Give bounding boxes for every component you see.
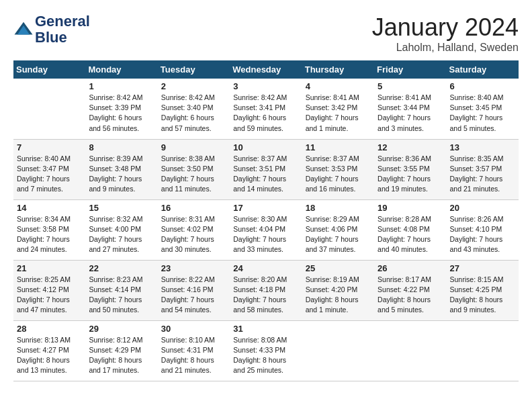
- sunrise-text: Sunrise: 8:41 AM: [306, 93, 359, 101]
- day-number: 29: [89, 324, 154, 334]
- daylight-text: Daylight: 7 hours and 33 minutes.: [233, 235, 286, 253]
- day-info: Sunrise: 8:17 AMSunset: 4:22 PMDaylight:…: [378, 275, 443, 316]
- sunrise-text: Sunrise: 8:36 AM: [378, 154, 431, 163]
- day-number: 12: [378, 142, 443, 152]
- day-number: 4: [306, 81, 371, 91]
- page-header: General Blue January 2024 Laholm, Hallan…: [13, 13, 519, 54]
- day-info: Sunrise: 8:10 AMSunset: 4:31 PMDaylight:…: [161, 335, 226, 376]
- sunset-text: Sunset: 4:04 PM: [233, 225, 285, 233]
- sunset-text: Sunset: 3:39 PM: [89, 103, 141, 111]
- sunrise-text: Sunrise: 8:22 AM: [161, 275, 215, 283]
- daylight-text: Daylight: 7 hours and 40 minutes.: [378, 235, 431, 253]
- sunrise-text: Sunrise: 8:34 AM: [17, 215, 71, 223]
- daylight-text: Daylight: 7 hours and 1 minute.: [306, 113, 359, 132]
- sunset-text: Sunset: 4:12 PM: [17, 285, 69, 293]
- day-number: 3: [233, 81, 298, 91]
- header-friday: Friday: [374, 60, 446, 79]
- day-number: 2: [161, 81, 226, 91]
- calendar-cell: 4Sunrise: 8:41 AMSunset: 3:42 PMDaylight…: [302, 79, 374, 139]
- logo-line1: General: [35, 13, 90, 30]
- calendar-week-1: 7Sunrise: 8:40 AMSunset: 3:47 PMDaylight…: [13, 139, 519, 199]
- day-info: Sunrise: 8:30 AMSunset: 4:04 PMDaylight:…: [233, 214, 298, 255]
- calendar-cell: 30Sunrise: 8:10 AMSunset: 4:31 PMDayligh…: [158, 320, 230, 381]
- sunrise-text: Sunrise: 8:40 AM: [17, 154, 71, 163]
- daylight-text: Daylight: 7 hours and 47 minutes.: [17, 295, 70, 314]
- calendar-cell: 20Sunrise: 8:26 AMSunset: 4:10 PMDayligh…: [447, 199, 519, 260]
- sunrise-text: Sunrise: 8:35 AM: [450, 154, 504, 163]
- calendar-cell: 25Sunrise: 8:19 AMSunset: 4:20 PMDayligh…: [302, 260, 374, 320]
- sunrise-text: Sunrise: 8:23 AM: [89, 275, 142, 283]
- day-info: Sunrise: 8:41 AMSunset: 3:42 PMDaylight:…: [306, 93, 371, 134]
- daylight-text: Daylight: 7 hours and 9 minutes.: [89, 175, 142, 193]
- sunset-text: Sunset: 4:16 PM: [161, 285, 214, 293]
- sunrise-text: Sunrise: 8:15 AM: [450, 275, 504, 283]
- day-info: Sunrise: 8:36 AMSunset: 3:55 PMDaylight:…: [378, 154, 443, 195]
- day-number: 16: [161, 203, 226, 213]
- header-tuesday: Tuesday: [158, 60, 230, 79]
- calendar-cell: 12Sunrise: 8:36 AMSunset: 3:55 PMDayligh…: [374, 139, 446, 199]
- sunset-text: Sunset: 3:53 PM: [306, 165, 358, 173]
- sunset-text: Sunset: 4:06 PM: [306, 225, 358, 233]
- calendar-cell: 23Sunrise: 8:22 AMSunset: 4:16 PMDayligh…: [158, 260, 230, 320]
- day-number: 15: [89, 203, 154, 213]
- daylight-text: Daylight: 6 hours and 56 minutes.: [89, 113, 142, 132]
- sunset-text: Sunset: 3:55 PM: [378, 165, 430, 173]
- day-info: Sunrise: 8:20 AMSunset: 4:18 PMDaylight:…: [233, 275, 298, 316]
- day-info: Sunrise: 8:28 AMSunset: 4:08 PMDaylight:…: [378, 214, 443, 255]
- day-info: Sunrise: 8:40 AMSunset: 3:45 PMDaylight:…: [450, 93, 515, 134]
- day-info: Sunrise: 8:37 AMSunset: 3:51 PMDaylight:…: [233, 154, 298, 195]
- calendar-cell: [302, 320, 374, 381]
- day-number: 23: [161, 263, 226, 273]
- header-thursday: Thursday: [302, 60, 374, 79]
- sunset-text: Sunset: 3:45 PM: [450, 103, 502, 111]
- sunrise-text: Sunrise: 8:13 AM: [17, 336, 71, 344]
- day-number: 14: [17, 203, 82, 213]
- sunrise-text: Sunrise: 8:30 AM: [233, 215, 287, 223]
- day-info: Sunrise: 8:26 AMSunset: 4:10 PMDaylight:…: [450, 214, 515, 255]
- day-info: Sunrise: 8:29 AMSunset: 4:06 PMDaylight:…: [306, 214, 371, 255]
- calendar-cell: 21Sunrise: 8:25 AMSunset: 4:12 PMDayligh…: [13, 260, 85, 320]
- day-info: Sunrise: 8:32 AMSunset: 4:00 PMDaylight:…: [89, 214, 154, 255]
- calendar-cell: 6Sunrise: 8:40 AMSunset: 3:45 PMDaylight…: [447, 79, 519, 139]
- sunrise-text: Sunrise: 8:40 AM: [450, 93, 504, 101]
- calendar-cell: [374, 320, 446, 381]
- calendar-cell: 18Sunrise: 8:29 AMSunset: 4:06 PMDayligh…: [302, 199, 374, 260]
- day-number: 27: [450, 263, 515, 273]
- sunset-text: Sunset: 4:18 PM: [233, 285, 285, 293]
- sunset-text: Sunset: 3:44 PM: [378, 103, 430, 111]
- sunset-text: Sunset: 4:02 PM: [161, 225, 214, 233]
- calendar-cell: 14Sunrise: 8:34 AMSunset: 3:58 PMDayligh…: [13, 199, 85, 260]
- calendar-cell: 7Sunrise: 8:40 AMSunset: 3:47 PMDaylight…: [13, 139, 85, 199]
- daylight-text: Daylight: 7 hours and 27 minutes.: [89, 235, 142, 253]
- sunset-text: Sunset: 3:41 PM: [233, 103, 285, 111]
- calendar-cell: 9Sunrise: 8:38 AMSunset: 3:50 PMDaylight…: [158, 139, 230, 199]
- logo-icon: [13, 19, 34, 40]
- logo-text: General Blue: [35, 13, 90, 46]
- day-number: 28: [17, 324, 82, 334]
- calendar-cell: 29Sunrise: 8:12 AMSunset: 4:29 PMDayligh…: [85, 320, 157, 381]
- sunset-text: Sunset: 4:22 PM: [378, 285, 430, 293]
- sunrise-text: Sunrise: 8:28 AM: [378, 215, 431, 223]
- sunrise-text: Sunrise: 8:10 AM: [161, 336, 215, 344]
- day-info: Sunrise: 8:42 AMSunset: 3:41 PMDaylight:…: [233, 93, 298, 134]
- month-title: January 2024: [372, 13, 519, 42]
- calendar-cell: 16Sunrise: 8:31 AMSunset: 4:02 PMDayligh…: [158, 199, 230, 260]
- day-info: Sunrise: 8:19 AMSunset: 4:20 PMDaylight:…: [306, 275, 371, 316]
- day-info: Sunrise: 8:42 AMSunset: 3:39 PMDaylight:…: [89, 93, 154, 134]
- calendar-table: Sunday Monday Tuesday Wednesday Thursday…: [13, 60, 519, 381]
- calendar-cell: 2Sunrise: 8:42 AMSunset: 3:40 PMDaylight…: [158, 79, 230, 139]
- header-sunday: Sunday: [13, 60, 85, 79]
- calendar-cell: 3Sunrise: 8:42 AMSunset: 3:41 PMDaylight…: [230, 79, 302, 139]
- calendar-week-4: 28Sunrise: 8:13 AMSunset: 4:27 PMDayligh…: [13, 320, 519, 381]
- sunrise-text: Sunrise: 8:38 AM: [161, 154, 215, 163]
- day-info: Sunrise: 8:23 AMSunset: 4:14 PMDaylight:…: [89, 275, 154, 316]
- daylight-text: Daylight: 7 hours and 24 minutes.: [17, 235, 70, 253]
- calendar-header: Sunday Monday Tuesday Wednesday Thursday…: [13, 60, 519, 79]
- day-info: Sunrise: 8:25 AMSunset: 4:12 PMDaylight:…: [17, 275, 82, 316]
- day-info: Sunrise: 8:13 AMSunset: 4:27 PMDaylight:…: [17, 335, 82, 376]
- calendar-cell: [13, 79, 85, 139]
- calendar-body: 1Sunrise: 8:42 AMSunset: 3:39 PMDaylight…: [13, 79, 519, 381]
- sunset-text: Sunset: 4:25 PM: [450, 285, 502, 293]
- calendar-cell: 10Sunrise: 8:37 AMSunset: 3:51 PMDayligh…: [230, 139, 302, 199]
- sunset-text: Sunset: 3:47 PM: [17, 165, 69, 173]
